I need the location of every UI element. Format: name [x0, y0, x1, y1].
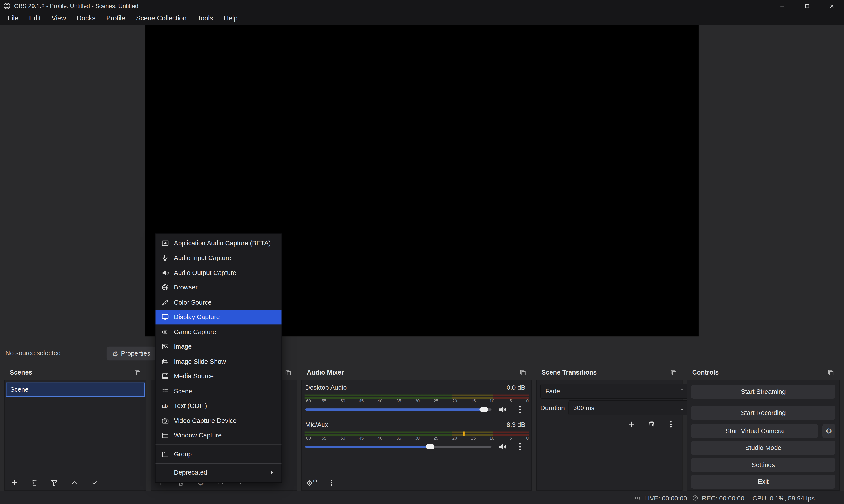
microphone-icon [161, 254, 169, 262]
advanced-audio-button[interactable]: ⚙⚙ [306, 478, 317, 488]
meter-scale: -60 -55 -50 -45 -40 -35 -30 -25 -20 -15 … [305, 399, 528, 404]
camera-icon [161, 417, 169, 425]
cpu-text: CPU: 0.1%, 59.94 fps [753, 494, 815, 502]
text-icon [161, 402, 169, 410]
menu-item-game-capture[interactable]: Game Capture [156, 324, 282, 339]
menu-item-label: Game Capture [174, 328, 216, 336]
scenes-dock-title: Scenes [10, 368, 32, 376]
window-icon [161, 432, 169, 439]
rec-time: REC: 00:00:00 [702, 494, 744, 502]
close-button[interactable] [819, 0, 844, 12]
menu-help[interactable]: Help [218, 12, 243, 25]
channel-level: 0.0 dB [507, 384, 525, 391]
folder-icon [161, 450, 169, 458]
menu-docks[interactable]: Docks [71, 12, 101, 25]
plus-icon [11, 479, 18, 486]
maximize-button[interactable] [794, 0, 820, 12]
controls-dock: Controls Start Streaming Start Recording… [687, 365, 840, 491]
filter-icon [51, 479, 58, 486]
menu-file[interactable]: File [2, 12, 24, 25]
chevron-down-icon [680, 408, 684, 412]
remove-transition-button[interactable] [645, 418, 658, 431]
mute-toggle-button[interactable] [498, 405, 506, 414]
menu-item-browser[interactable]: Browser [156, 280, 282, 295]
obs-logo-icon [3, 2, 11, 10]
slideshow-icon [161, 358, 169, 365]
slider-handle[interactable] [426, 444, 434, 449]
popout-icon[interactable] [827, 369, 834, 376]
mute-toggle-button[interactable] [498, 443, 506, 451]
virtual-camera-settings-button[interactable]: ⚙ [823, 424, 836, 438]
channel-level: -8.3 dB [505, 421, 525, 428]
menu-separator [156, 463, 282, 464]
slider-handle[interactable] [480, 407, 488, 412]
start-streaming-button[interactable]: Start Streaming [691, 385, 836, 399]
paint-brush-icon [161, 299, 169, 306]
scenes-toolbar [5, 474, 146, 490]
menu-item-image-slide-show[interactable]: Image Slide Show [156, 354, 282, 369]
menu-item-label: Deprecated [174, 469, 207, 476]
volume-slider[interactable] [305, 446, 491, 448]
menu-item-text-gdi[interactable]: Text (GDI+) [156, 398, 282, 413]
menu-item-media-source[interactable]: Media Source [156, 369, 282, 383]
speaker-icon [161, 269, 169, 276]
scene-filters-button[interactable] [49, 478, 60, 488]
menu-item-video-capture-device[interactable]: Video Capture Device [156, 413, 282, 428]
mixer-toolbar: ⚙⚙ [302, 474, 531, 490]
menu-item-scene[interactable]: Scene [156, 384, 282, 398]
add-transition-button[interactable] [625, 418, 638, 431]
popout-icon[interactable] [670, 369, 677, 376]
source-toolbar: No source selected ⚙ Properties [0, 345, 844, 365]
mixer-options-button[interactable] [326, 478, 337, 488]
volume-slider[interactable] [305, 408, 491, 411]
exit-button[interactable]: Exit [691, 474, 836, 489]
start-virtual-camera-button[interactable]: Start Virtual Camera [691, 424, 818, 438]
properties-button[interactable]: ⚙ Properties [107, 347, 156, 361]
channel-options-button[interactable] [515, 442, 525, 451]
menu-item-audio-input-capture[interactable]: Audio Input Capture [156, 251, 282, 265]
display-icon [161, 313, 169, 321]
menu-view[interactable]: View [46, 12, 71, 25]
menu-item-deprecated[interactable]: Deprecated [156, 465, 282, 480]
scenes-dock: Scenes Scene [4, 365, 146, 491]
menu-item-label: Image [174, 343, 192, 350]
menu-item-display-capture[interactable]: Display Capture [156, 310, 282, 324]
audio-mixer-dock: Audio Mixer Desktop Audio 0.0 dB -60 -55… [301, 365, 532, 491]
menu-item-group[interactable]: Group [156, 447, 282, 461]
close-icon [829, 3, 834, 9]
popout-icon[interactable] [134, 369, 141, 376]
menu-item-color-source[interactable]: Color Source [156, 295, 282, 310]
studio-mode-button[interactable]: Studio Mode [691, 441, 836, 455]
spinbox-arrows[interactable] [680, 404, 684, 412]
menu-item-window-capture[interactable]: Window Capture [156, 428, 282, 443]
chevron-up-icon [71, 479, 78, 486]
chevron-down-icon [680, 392, 684, 395]
menu-item-audio-output-capture[interactable]: Audio Output Capture [156, 265, 282, 280]
menu-item-label: Browser [174, 284, 198, 291]
menu-tools[interactable]: Tools [192, 12, 218, 25]
remove-scene-button[interactable] [29, 478, 40, 488]
menu-item-image[interactable]: Image [156, 339, 282, 354]
chevron-down-icon [90, 479, 98, 486]
duration-spinbox[interactable]: 300 ms [568, 400, 688, 416]
menu-item-application-audio-capture[interactable]: Application Audio Capture (BETA) [156, 236, 282, 250]
start-recording-button[interactable]: Start Recording [691, 406, 836, 420]
menu-profile[interactable]: Profile [101, 12, 131, 25]
add-scene-button[interactable] [9, 478, 20, 488]
scene-move-down-button[interactable] [89, 478, 100, 488]
minimize-button[interactable] [770, 0, 794, 12]
menu-scene-collection[interactable]: Scene Collection [130, 12, 192, 25]
popout-icon[interactable] [285, 369, 292, 376]
popout-icon[interactable] [520, 369, 526, 376]
transition-select[interactable]: Fade [540, 384, 688, 399]
properties-button-label: Properties [121, 350, 150, 357]
settings-button[interactable]: Settings [691, 458, 836, 472]
scene-list-item[interactable]: Scene [6, 383, 145, 397]
menu-item-label: Audio Output Capture [174, 269, 236, 276]
transition-options-button[interactable] [664, 418, 677, 431]
menu-item-label: Color Source [174, 299, 212, 306]
scene-move-up-button[interactable] [69, 478, 79, 488]
channel-options-button[interactable] [515, 404, 525, 414]
menu-edit[interactable]: Edit [24, 12, 46, 25]
combo-arrows[interactable] [680, 388, 684, 395]
